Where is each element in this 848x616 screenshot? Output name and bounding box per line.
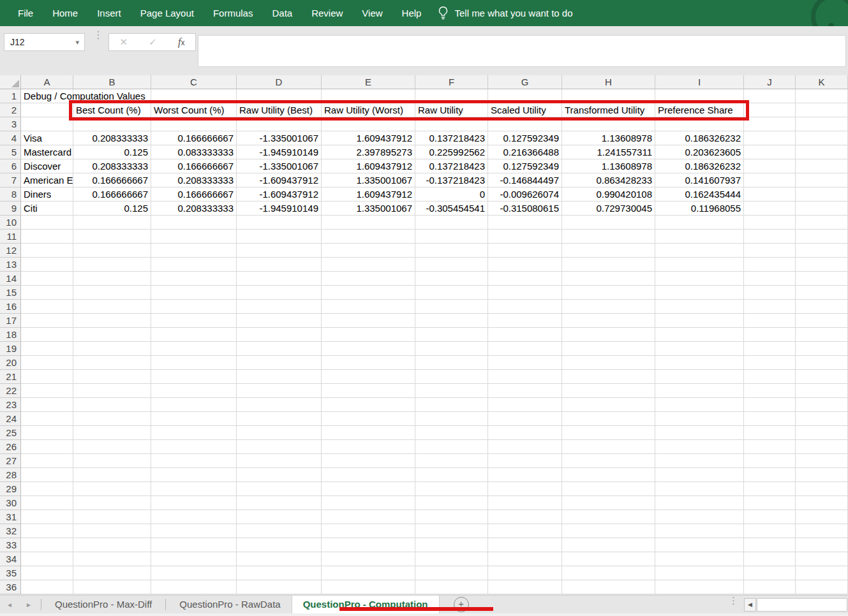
cell-H15[interactable] [562, 286, 655, 300]
enter-icon[interactable]: ✓ [149, 36, 157, 48]
ribbon-tab-help[interactable]: Help [392, 0, 431, 26]
cell-F15[interactable] [415, 286, 488, 300]
cell-A4[interactable]: Visa [21, 131, 73, 145]
cell-F27[interactable] [415, 454, 488, 468]
cell-K36[interactable] [796, 580, 848, 594]
cell-H7[interactable]: 0.863428233 [562, 173, 655, 187]
row-header-29[interactable]: 29 [0, 482, 21, 496]
cell-J27[interactable] [744, 454, 796, 468]
cell-G32[interactable] [488, 524, 562, 538]
cell-J16[interactable] [744, 300, 796, 314]
cell-C10[interactable] [151, 216, 237, 230]
cell-D17[interactable] [237, 314, 322, 328]
cell-C3[interactable] [151, 117, 237, 131]
cell-B30[interactable] [73, 496, 151, 510]
cell-C28[interactable] [151, 468, 237, 482]
cell-D36[interactable] [237, 580, 322, 594]
row-header-10[interactable]: 10 [0, 216, 21, 230]
cell-G13[interactable] [488, 258, 562, 272]
cell-F5[interactable]: 0.225992562 [415, 145, 488, 159]
cell-C2[interactable]: Worst Count (%) [151, 103, 237, 117]
row-header-33[interactable]: 33 [0, 538, 21, 552]
row-header-35[interactable]: 35 [0, 566, 21, 580]
cell-H27[interactable] [562, 454, 655, 468]
cell-J29[interactable] [744, 482, 796, 496]
cell-H34[interactable] [562, 552, 655, 566]
cell-E36[interactable] [322, 580, 415, 594]
cell-J21[interactable] [744, 370, 796, 384]
cell-J26[interactable] [744, 440, 796, 454]
cell-A24[interactable] [21, 412, 73, 426]
cell-D19[interactable] [237, 342, 322, 356]
cell-I14[interactable] [655, 272, 744, 286]
cell-B31[interactable] [73, 510, 151, 524]
cell-F35[interactable] [415, 566, 488, 580]
cell-E7[interactable]: 1.335001067 [322, 173, 415, 187]
cell-D7[interactable]: -1.609437912 [237, 173, 322, 187]
cell-H3[interactable] [562, 117, 655, 131]
cell-E28[interactable] [322, 468, 415, 482]
cell-I11[interactable] [655, 230, 744, 244]
cell-H20[interactable] [562, 356, 655, 370]
cell-E9[interactable]: 1.335001067 [322, 202, 415, 216]
cell-F24[interactable] [415, 412, 488, 426]
cell-F32[interactable] [415, 524, 488, 538]
column-header-B[interactable]: B [73, 75, 151, 89]
cell-I15[interactable] [655, 286, 744, 300]
cell-E15[interactable] [322, 286, 415, 300]
cell-K29[interactable] [796, 482, 848, 496]
cell-J23[interactable] [744, 398, 796, 412]
cell-I13[interactable] [655, 258, 744, 272]
ribbon-tab-data[interactable]: Data [262, 0, 302, 26]
cell-E2[interactable]: Raw Utility (Worst) [322, 103, 415, 117]
cell-H11[interactable] [562, 230, 655, 244]
cell-D27[interactable] [237, 454, 322, 468]
cell-H36[interactable] [562, 580, 655, 594]
cell-G17[interactable] [488, 314, 562, 328]
cell-F14[interactable] [415, 272, 488, 286]
cell-D6[interactable]: -1.335001067 [237, 159, 322, 173]
cell-D11[interactable] [237, 230, 322, 244]
cell-J34[interactable] [744, 552, 796, 566]
cell-G31[interactable] [488, 510, 562, 524]
cell-C33[interactable] [151, 538, 237, 552]
cell-E17[interactable] [322, 314, 415, 328]
cell-E4[interactable]: 1.609437912 [322, 131, 415, 145]
cell-C8[interactable]: 0.166666667 [151, 187, 237, 202]
cell-J5[interactable] [744, 145, 796, 159]
cell-H19[interactable] [562, 342, 655, 356]
cell-G20[interactable] [488, 356, 562, 370]
cell-F36[interactable] [415, 580, 488, 594]
cell-F29[interactable] [415, 482, 488, 496]
hscroll-left-arrow[interactable]: ◀ [744, 598, 756, 612]
cell-A19[interactable] [21, 342, 73, 356]
ribbon-tab-formulas[interactable]: Formulas [204, 0, 263, 26]
cell-A9[interactable]: Citi [21, 202, 73, 216]
cell-F23[interactable] [415, 398, 488, 412]
ribbon-tab-view[interactable]: View [352, 0, 392, 26]
cell-J20[interactable] [744, 356, 796, 370]
cell-I30[interactable] [655, 496, 744, 510]
cell-I9[interactable]: 0.11968055 [655, 202, 744, 216]
cell-C26[interactable] [151, 440, 237, 454]
cell-C22[interactable] [151, 384, 237, 398]
cell-I7[interactable]: 0.141607937 [655, 173, 744, 187]
row-header-24[interactable]: 24 [0, 412, 21, 426]
cell-B16[interactable] [73, 300, 151, 314]
cell-J4[interactable] [744, 131, 796, 145]
cell-I2[interactable]: Preference Share [655, 103, 744, 117]
cell-K24[interactable] [796, 412, 848, 426]
cell-I32[interactable] [655, 524, 744, 538]
cell-J2[interactable] [744, 103, 796, 117]
cell-B8[interactable]: 0.166666667 [73, 187, 151, 202]
cell-A6[interactable]: Discover [21, 159, 73, 173]
cell-J15[interactable] [744, 286, 796, 300]
cell-B11[interactable] [73, 230, 151, 244]
cell-H12[interactable] [562, 244, 655, 258]
cell-B33[interactable] [73, 538, 151, 552]
cell-K7[interactable] [796, 173, 848, 187]
cell-J10[interactable] [744, 216, 796, 230]
cell-B13[interactable] [73, 258, 151, 272]
cell-B32[interactable] [73, 524, 151, 538]
cell-F30[interactable] [415, 496, 488, 510]
